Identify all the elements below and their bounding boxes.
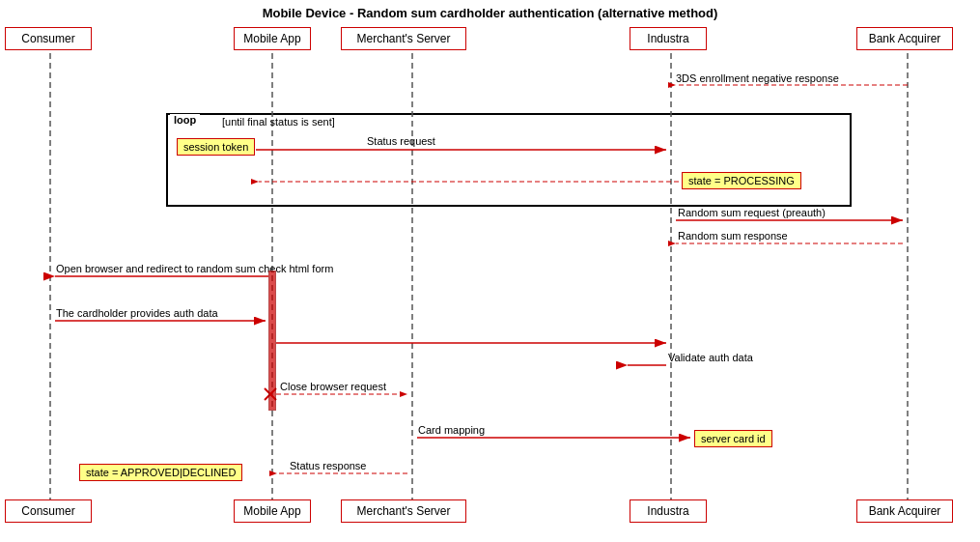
activation-bar-mobile	[268, 271, 276, 411]
actor-consumer-top: Consumer	[5, 27, 92, 50]
actor-merchant-top: Merchant's Server	[341, 27, 466, 50]
actor-consumer-bottom: Consumer	[5, 499, 92, 523]
actor-mobile-app-bottom: Mobile App	[234, 499, 311, 523]
actor-mobile-app-top: Mobile App	[234, 27, 311, 50]
svg-text:Random sum response: Random sum response	[678, 230, 788, 242]
note-state-approved: state = APPROVED|DECLINED	[79, 464, 242, 481]
diagram-title: Mobile Device - Random sum cardholder au…	[0, 0, 980, 20]
svg-text:Close browser request: Close browser request	[280, 381, 386, 392]
svg-text:Validate auth data: Validate auth data	[668, 352, 754, 363]
actor-merchant-bottom: Merchant's Server	[341, 499, 466, 523]
loop-condition: [until final status is sent]	[222, 116, 335, 128]
actor-bank-bottom: Bank Acquirer	[856, 499, 953, 523]
actor-bank-top: Bank Acquirer	[856, 27, 953, 50]
note-server-card-id: server card id	[694, 430, 772, 447]
note-state-processing: state = PROCESSING	[682, 172, 801, 189]
arrows-svg: 3DS enrollment negative response Status …	[0, 0, 980, 542]
svg-text:Card mapping: Card mapping	[418, 424, 485, 436]
svg-text:Open browser and redirect to r: Open browser and redirect to random sum …	[56, 263, 333, 274]
svg-text:Random sum request (preauth): Random sum request (preauth)	[678, 207, 826, 218]
svg-text:Status response: Status response	[290, 460, 367, 471]
actor-industra-top: Industra	[630, 27, 707, 50]
svg-text:3DS enrollment negative respon: 3DS enrollment negative response	[676, 72, 839, 84]
svg-text:The cardholder provides auth d: The cardholder provides auth data	[56, 307, 218, 319]
note-session-token: session token	[177, 138, 255, 156]
actor-industra-bottom: Industra	[630, 499, 707, 523]
diagram-container: Mobile Device - Random sum cardholder au…	[0, 0, 980, 542]
loop-label: loop	[170, 114, 200, 126]
